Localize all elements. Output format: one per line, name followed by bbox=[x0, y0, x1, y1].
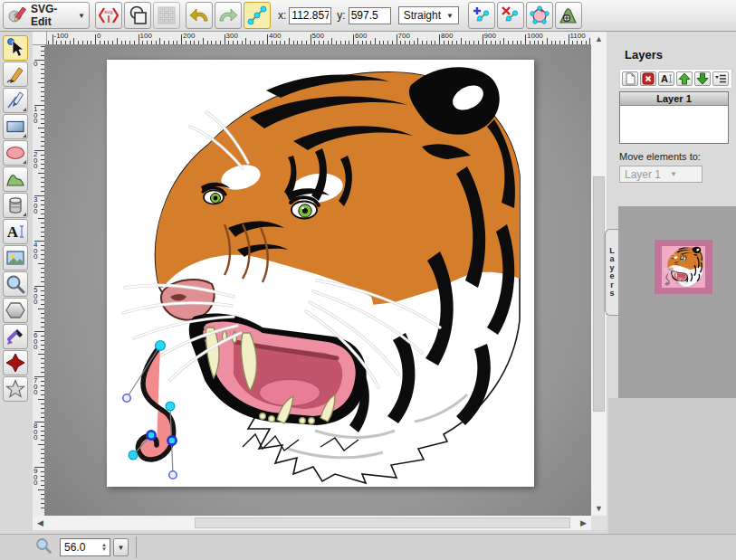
grid-button[interactable] bbox=[153, 2, 180, 29]
y-coordinate-input[interactable] bbox=[349, 7, 391, 24]
zoom-level-input[interactable]: 56.0 ▲ ▼ bbox=[60, 538, 110, 556]
ruler-tick bbox=[387, 41, 388, 44]
spinner-down-icon[interactable]: ▼ bbox=[101, 547, 107, 552]
new-layer-button[interactable] bbox=[622, 71, 638, 86]
scroll-right-button[interactable]: ▶ bbox=[576, 516, 591, 530]
ruler-tick bbox=[38, 218, 44, 219]
convert-shape-icon bbox=[559, 5, 578, 25]
horizontal-scrollbar[interactable]: ◀ ▶ bbox=[33, 516, 591, 530]
status-bar: 56.0 ▲ ▼ ▼ bbox=[0, 534, 736, 560]
ruler-label: 700 bbox=[398, 32, 410, 40]
text-tool-icon: A bbox=[5, 221, 26, 242]
canvas-page[interactable] bbox=[107, 60, 534, 487]
shape-maple-button[interactable] bbox=[3, 350, 28, 375]
layers-panel-toggle-tab[interactable]: Layers bbox=[605, 229, 618, 316]
wireframe-button[interactable] bbox=[124, 2, 151, 29]
ruler-corner bbox=[33, 32, 47, 45]
statusbar-separator bbox=[136, 536, 137, 558]
zoom-tool-button[interactable] bbox=[3, 271, 28, 297]
ruler-tick bbox=[41, 471, 44, 472]
ruler-label: 900 bbox=[484, 32, 496, 40]
open-path-button[interactable] bbox=[526, 2, 553, 29]
select-tool-button[interactable] bbox=[3, 35, 28, 61]
ruler-tick bbox=[41, 277, 44, 278]
ruler-tick bbox=[41, 168, 44, 169]
new-layer-icon bbox=[624, 72, 636, 85]
ruler-tick bbox=[41, 268, 44, 269]
ruler-tick bbox=[530, 41, 530, 44]
ruler-tick bbox=[194, 41, 195, 44]
ruler-label: 300 bbox=[33, 197, 37, 215]
pencil-tool-button[interactable] bbox=[3, 62, 28, 87]
image-tool-button[interactable] bbox=[3, 245, 28, 271]
ruler-tick bbox=[147, 41, 148, 44]
ruler-tick bbox=[250, 41, 251, 44]
ruler-tick bbox=[41, 322, 44, 323]
ruler-tick bbox=[444, 41, 444, 44]
vertical-scroll-thumb[interactable] bbox=[593, 176, 605, 412]
shape-library-button[interactable] bbox=[3, 193, 28, 218]
ruler-tick bbox=[41, 435, 44, 436]
ruler-tick bbox=[41, 182, 44, 183]
text-tool-button[interactable]: A bbox=[3, 219, 28, 244]
layer-menu-button[interactable] bbox=[712, 71, 729, 86]
redo-button[interactable] bbox=[215, 2, 242, 29]
ruler-tick bbox=[551, 41, 552, 44]
link-control-points-button[interactable] bbox=[244, 2, 271, 29]
move-target-select[interactable]: Layer 1 ▼ bbox=[619, 166, 703, 183]
svg-text:svg: svg bbox=[104, 9, 112, 14]
ruler-tick bbox=[233, 41, 234, 44]
ruler-tick bbox=[473, 41, 474, 44]
ruler-tick bbox=[41, 458, 44, 459]
ruler-tick bbox=[41, 476, 44, 477]
ruler-tick bbox=[284, 41, 285, 44]
canvas-workspace[interactable] bbox=[45, 45, 591, 516]
edit-source-button[interactable]: svg bbox=[95, 2, 122, 29]
ellipse-tool-button[interactable] bbox=[3, 140, 28, 166]
convert-to-path-button[interactable] bbox=[555, 2, 582, 29]
pen-line-icon bbox=[5, 90, 26, 111]
scroll-up-button[interactable]: ▲ bbox=[591, 32, 607, 46]
ruler-tick bbox=[41, 250, 44, 251]
layer-list[interactable]: Layer 1 bbox=[619, 91, 729, 144]
add-node-button[interactable] bbox=[468, 2, 495, 29]
eyedropper-tool-button[interactable] bbox=[3, 324, 28, 349]
polygon-tool-button[interactable] bbox=[3, 298, 28, 323]
layer-list-header[interactable]: Layer 1 bbox=[620, 92, 728, 106]
horizontal-scroll-thumb[interactable] bbox=[195, 517, 570, 528]
segment-type-select[interactable]: Straight ▼ bbox=[398, 6, 459, 24]
ruler-tick bbox=[225, 34, 225, 44]
scroll-left-button[interactable]: ◀ bbox=[33, 516, 48, 530]
ruler-label: 500 bbox=[312, 32, 324, 40]
zoom-spinner[interactable]: ▲ ▼ bbox=[101, 543, 110, 552]
move-layer-down-button[interactable] bbox=[694, 71, 711, 86]
ruler-tick bbox=[104, 41, 105, 44]
rename-layer-button[interactable]: A bbox=[658, 71, 674, 86]
line-tool-button[interactable] bbox=[3, 88, 28, 113]
zoom-preset-dropdown-button[interactable]: ▼ bbox=[113, 538, 129, 556]
delete-node-button[interactable] bbox=[497, 2, 524, 29]
move-layer-up-button[interactable] bbox=[676, 71, 693, 86]
main-menu-caret-icon: ▼ bbox=[78, 12, 85, 20]
ruler-tick bbox=[41, 177, 44, 178]
rectangle-tool-button[interactable] bbox=[3, 114, 28, 139]
ruler-label: -100 bbox=[54, 32, 69, 40]
scroll-down-button[interactable]: ▼ bbox=[591, 501, 607, 516]
ruler-tick bbox=[486, 41, 487, 44]
layer-thumbnail-image bbox=[663, 246, 704, 288]
ruler-tick bbox=[353, 34, 354, 44]
zoom-level-value: 56.0 bbox=[64, 541, 85, 554]
x-coordinate-input[interactable] bbox=[289, 7, 331, 24]
ruler-tick bbox=[41, 214, 44, 214]
ruler-tick bbox=[503, 38, 504, 44]
rename-layer-icon: A bbox=[660, 72, 673, 85]
star-tool-button[interactable] bbox=[3, 376, 28, 402]
layer-thumbnail-frame[interactable] bbox=[655, 240, 712, 294]
undo-button[interactable] bbox=[186, 2, 213, 29]
ruler-tick bbox=[41, 403, 44, 404]
delete-layer-button[interactable] bbox=[640, 71, 656, 86]
ruler-tick bbox=[198, 41, 199, 44]
ruler-tick bbox=[452, 41, 453, 44]
main-menu-button[interactable]: SVG-Edit ▼ bbox=[3, 2, 90, 29]
path-tool-button[interactable] bbox=[3, 166, 28, 192]
